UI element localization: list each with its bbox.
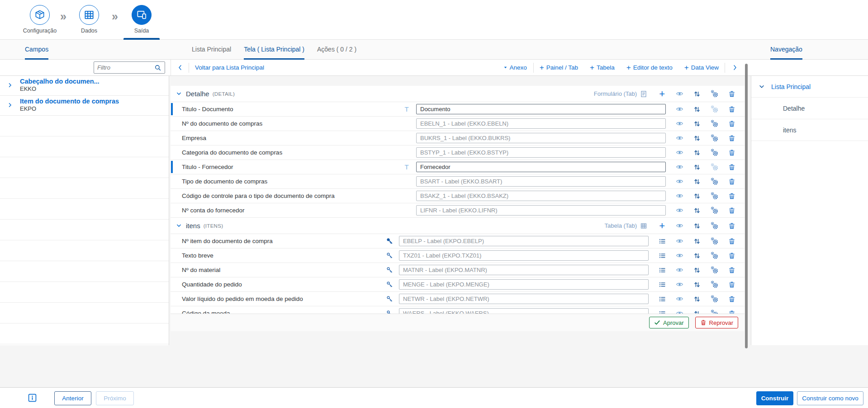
- settings-icon[interactable]: [711, 266, 718, 274]
- tab-lista-principal[interactable]: Lista Principal: [192, 40, 231, 60]
- move-icon[interactable]: [693, 164, 701, 171]
- delete-icon[interactable]: [728, 120, 735, 127]
- visibility-icon[interactable]: [676, 149, 683, 156]
- delete-icon[interactable]: [728, 90, 735, 98]
- tab-campos[interactable]: Campos: [25, 40, 48, 60]
- delete-icon[interactable]: [728, 178, 735, 185]
- visibility-icon[interactable]: [676, 206, 683, 214]
- visibility-icon[interactable]: [676, 266, 683, 274]
- visibility-icon[interactable]: [676, 237, 683, 245]
- build-button[interactable]: Construir: [756, 391, 793, 405]
- list-icon[interactable]: [659, 281, 666, 288]
- collapse-chevron-icon[interactable]: [176, 91, 182, 97]
- settings-icon[interactable]: [711, 252, 718, 259]
- move-icon[interactable]: [693, 252, 701, 259]
- delete-icon[interactable]: [728, 207, 735, 214]
- chevron-down-icon[interactable]: [759, 84, 765, 90]
- field-binding-input[interactable]: [416, 118, 666, 129]
- delete-icon[interactable]: [728, 164, 735, 171]
- list-icon[interactable]: [659, 252, 666, 259]
- add-tabela-button[interactable]: + Tabela: [584, 64, 621, 71]
- nav-item-itens[interactable]: itens: [751, 119, 868, 141]
- delete-icon[interactable]: [728, 135, 735, 142]
- expand-chevron-icon[interactable]: [7, 102, 13, 108]
- delete-icon[interactable]: [728, 281, 735, 288]
- move-icon[interactable]: [693, 207, 701, 214]
- settings-icon[interactable]: [711, 206, 718, 214]
- delete-icon[interactable]: [728, 149, 735, 156]
- move-icon[interactable]: [693, 295, 701, 303]
- delete-icon[interactable]: [728, 267, 735, 274]
- step-configuracao[interactable]: Configuração: [19, 5, 61, 34]
- back-chevron-icon[interactable]: [177, 64, 184, 71]
- move-icon[interactable]: [693, 135, 701, 142]
- field-group-ekpo[interactable]: Item do documento de compras EKPO: [0, 96, 169, 116]
- delete-icon[interactable]: [728, 106, 735, 113]
- build-as-new-button[interactable]: Construir como novo: [797, 391, 863, 405]
- add-field-button[interactable]: +: [659, 221, 665, 231]
- move-icon[interactable]: [693, 149, 701, 156]
- settings-icon[interactable]: [711, 295, 718, 303]
- nav-item-detalhe[interactable]: Detalhe: [751, 98, 868, 119]
- step-dados[interactable]: Dados: [68, 5, 110, 34]
- move-icon[interactable]: [693, 106, 701, 113]
- delete-icon[interactable]: [728, 238, 735, 245]
- add-editor-texto-button[interactable]: + Editor de texto: [621, 64, 678, 71]
- reject-button[interactable]: Reprovar: [695, 317, 738, 328]
- field-value-input[interactable]: [416, 104, 666, 114]
- settings-icon[interactable]: [711, 222, 718, 230]
- container-type-label[interactable]: Tabela (Tab): [605, 222, 637, 229]
- anexo-menu[interactable]: Anexo: [497, 64, 533, 71]
- settings-icon[interactable]: [711, 281, 718, 288]
- settings-icon[interactable]: [711, 163, 718, 171]
- list-icon[interactable]: [659, 238, 666, 245]
- step-saida[interactable]: Saída: [121, 5, 162, 34]
- visibility-icon[interactable]: [676, 163, 683, 171]
- delete-icon[interactable]: [728, 252, 735, 259]
- delete-icon[interactable]: [728, 222, 735, 230]
- add-data-view-button[interactable]: + Data View: [678, 64, 725, 71]
- expand-chevron-icon[interactable]: [7, 82, 13, 88]
- container-type-label[interactable]: Formulário (Tab): [594, 90, 637, 97]
- visibility-icon[interactable]: [676, 134, 683, 142]
- next-button-disabled[interactable]: Próximo: [96, 391, 134, 405]
- delete-icon[interactable]: [728, 295, 735, 303]
- add-painel-tab-button[interactable]: + Painel / Tab: [534, 64, 584, 71]
- settings-icon[interactable]: [711, 120, 718, 127]
- settings-icon[interactable]: [711, 149, 718, 156]
- move-icon[interactable]: [693, 90, 701, 98]
- visibility-icon[interactable]: [676, 192, 683, 200]
- filter-input[interactable]: [97, 64, 154, 71]
- move-icon[interactable]: [693, 267, 701, 274]
- settings-icon[interactable]: [711, 105, 718, 113]
- visibility-icon[interactable]: [676, 105, 683, 113]
- field-binding-input[interactable]: [399, 294, 649, 304]
- table-icon[interactable]: [640, 222, 647, 230]
- nav-item-lista-principal[interactable]: Lista Principal: [751, 76, 868, 98]
- info-icon[interactable]: [28, 394, 37, 402]
- tab-navegacao[interactable]: Navegação: [770, 40, 802, 60]
- list-icon[interactable]: [659, 295, 666, 303]
- settings-icon[interactable]: [711, 134, 718, 142]
- settings-icon[interactable]: [711, 90, 718, 98]
- field-binding-input[interactable]: [399, 250, 649, 261]
- move-icon[interactable]: [693, 192, 701, 200]
- list-icon[interactable]: [659, 267, 666, 274]
- back-to-list-link[interactable]: Voltar para Lista Principal: [195, 64, 264, 71]
- move-icon[interactable]: [693, 120, 701, 127]
- field-group-ekko[interactable]: Cabeçalho do documen... EKKO: [0, 76, 169, 96]
- approve-button[interactable]: Aprovar: [649, 317, 689, 328]
- form-icon[interactable]: [640, 90, 647, 98]
- field-binding-input[interactable]: [399, 236, 649, 246]
- settings-icon[interactable]: [711, 237, 718, 245]
- visibility-icon[interactable]: [676, 281, 683, 288]
- visibility-icon[interactable]: [676, 178, 683, 185]
- move-icon[interactable]: [693, 238, 701, 245]
- visibility-icon[interactable]: [676, 252, 683, 259]
- field-binding-input[interactable]: [416, 205, 666, 216]
- vertical-scrollbar[interactable]: [745, 64, 748, 348]
- forward-chevron-icon[interactable]: [731, 64, 738, 71]
- field-binding-input[interactable]: [416, 133, 666, 143]
- move-icon[interactable]: [693, 222, 701, 230]
- move-icon[interactable]: [693, 178, 701, 185]
